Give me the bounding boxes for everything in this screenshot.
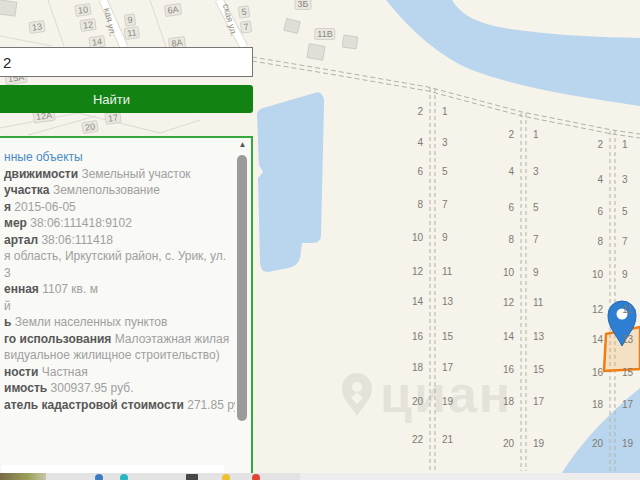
parcel-number: 1 (442, 107, 448, 117)
parcel-attribute-row: движимости Земельный участок (4, 166, 235, 183)
panel-scrollbar[interactable]: ▲ (236, 138, 249, 480)
parcel-attribute-row: енная 1107 кв. м (4, 281, 235, 298)
parcel-number: 12 (592, 305, 603, 315)
parcel-number: 14 (412, 297, 423, 307)
parcel-number: 5 (442, 167, 448, 177)
parcel-number: 22 (412, 435, 423, 445)
taskbar-tray-area (300, 473, 640, 480)
parcel-number: 4 (417, 138, 423, 148)
parcel-number: 9 (533, 268, 539, 278)
house-number-label: 17 (104, 111, 122, 125)
parcel-info-panel: нные объекты движимости Земельный участо… (0, 136, 253, 480)
house-number-label: 6А (164, 3, 183, 17)
parcel-number: 12 (503, 298, 514, 308)
taskbar-app-icon[interactable] (95, 474, 103, 480)
parcel-number: 3 (442, 138, 448, 148)
parcel-number: 16 (412, 332, 423, 342)
house-number-label: 20 (81, 120, 99, 134)
house-number-label: 12 (79, 18, 97, 32)
scrollbar-up-arrow[interactable]: ▲ (236, 141, 249, 149)
parcel-number: 10 (503, 268, 514, 278)
search-input[interactable] (0, 47, 253, 77)
parcel-attribute-row: видуальное жилищное строительство) (4, 347, 235, 364)
parcel-attribute-row: го использования Малоэтажная жилая (4, 331, 235, 348)
parcel-number: 20 (503, 439, 514, 449)
parcel-number: 9 (622, 270, 628, 280)
parcel-number: 10 (592, 270, 603, 280)
house-number-label: 9 (124, 13, 137, 26)
parcel-attribute-row: имость 300937.95 руб. (4, 380, 235, 397)
parcel-number: 15 (622, 368, 633, 378)
parcel-number: 3 (533, 167, 539, 177)
house-number-label: 5 (238, 5, 251, 18)
parcel-number: 11 (442, 267, 452, 277)
parcel-number: 17 (442, 363, 453, 373)
parcel-number: 10 (412, 233, 423, 243)
parcel-attribute-row: я область, Иркутский район, с. Урик, ул. (4, 248, 235, 265)
parcel-attribute-row: 3 (4, 265, 235, 282)
parcel-number: 8 (508, 235, 514, 245)
house-number-label: 7 (240, 20, 253, 33)
parcel-column-lines (430, 88, 615, 471)
taskbar-app-icon[interactable] (186, 474, 198, 480)
taskbar-app-icon[interactable] (252, 474, 260, 480)
parcel-number: 20 (412, 397, 423, 407)
parcel-number: 16 (592, 368, 603, 378)
parcel-number: 7 (442, 200, 448, 210)
river-water (386, 0, 640, 106)
parcel-number: 18 (412, 363, 423, 373)
parcel-number: 18 (503, 397, 514, 407)
parcel-attribute-row: артал 38:06:111418 (4, 232, 235, 249)
found-objects-link[interactable]: нные объекты (4, 150, 83, 164)
parcel-number: 9 (442, 233, 448, 243)
parcel-number: 15 (533, 365, 544, 375)
parcel-number: 5 (622, 207, 628, 217)
parcel-number: 12 (412, 267, 423, 277)
parcel-attribute-row: я 2015-06-05 (4, 199, 235, 216)
parcel-number: 5 (533, 203, 539, 213)
parcel-number: 2 (597, 140, 603, 150)
parcel-number: 19 (442, 397, 453, 407)
parcel-number: 17 (622, 400, 633, 410)
parcel-attribute-row: атель кадастровой стоимости 271.85 руб./ (4, 397, 235, 414)
parcel-number: 14 (592, 335, 603, 345)
parcel-number: 21 (442, 435, 453, 445)
parcel-number: 6 (417, 167, 423, 177)
house-number-label: 3Б (295, 0, 312, 10)
taskbar-photo-thumbnail[interactable] (0, 473, 46, 480)
parcel-number: 15 (442, 332, 453, 342)
house-number-label: 13 (28, 20, 46, 34)
parcel-number: 16 (503, 365, 514, 375)
parcel-number: 19 (622, 439, 633, 449)
parcel-number: 13 (533, 332, 544, 342)
taskbar-app-icon[interactable] (222, 474, 230, 480)
search-button[interactable]: Найти (0, 85, 253, 113)
parcel-attribute-row: ности Частная (4, 364, 235, 381)
parcel-number: 2 (508, 130, 514, 140)
parcel-attribute-row: й (4, 298, 235, 315)
parcel-number: 4 (508, 167, 514, 177)
parcel-number: 13 (622, 335, 633, 345)
parcel-number: 6 (508, 203, 514, 213)
parcel-number: 17 (533, 397, 544, 407)
pond-water (257, 92, 324, 272)
parcel-number: 7 (622, 237, 628, 247)
parcel-number: 14 (503, 332, 514, 342)
parcel-number: 8 (597, 237, 603, 247)
parcel-attribute-row: участка Землепользование (4, 182, 235, 199)
parcel-number: 3 (622, 175, 628, 185)
house-number-label: 11 (124, 26, 141, 40)
parcel-number: 4 (597, 175, 603, 185)
parcel-attribute-row: мер 38:06:111418:9102 (4, 215, 235, 232)
parcel-number: 7 (533, 235, 539, 245)
parcel-number: 11 (622, 305, 632, 315)
parcel-number: 11 (533, 298, 543, 308)
parcel-number: 20 (592, 439, 603, 449)
parcel-number: 2 (417, 107, 423, 117)
parcel-attribute-row: ь Земли населенных пунктов (4, 314, 235, 331)
scrollbar-thumb[interactable] (237, 155, 247, 421)
parcel-number: 1 (622, 140, 628, 150)
taskbar-app-icon[interactable] (120, 474, 128, 480)
taskbar[interactable] (0, 473, 640, 480)
parcel-info-content: нные объекты движимости Земельный участо… (2, 138, 235, 480)
